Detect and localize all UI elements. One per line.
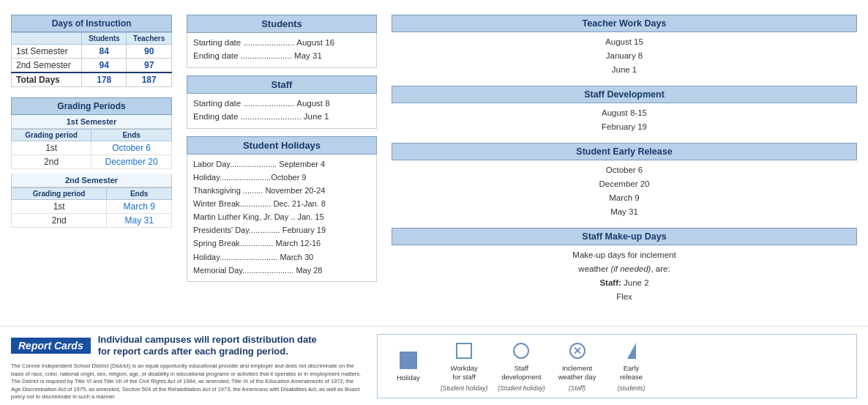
holiday-item: Presidents' Day.............. February 1… <box>193 223 370 237</box>
makeup-text2: weather <box>578 264 608 273</box>
holiday-icon <box>398 350 419 371</box>
holidays-body: Labor Day..................... September… <box>187 155 377 282</box>
staff-body: Starting date ...................... Aug… <box>187 94 377 129</box>
days-row: 1st Semester8490 <box>12 45 172 59</box>
days-row-label: Total Days <box>12 73 82 87</box>
days-row-students: 178 <box>82 73 127 87</box>
staff-makeup-section: Staff Make-up Days Make-up days for incl… <box>392 228 857 307</box>
legend-staff-dev-label: Staffdevelopment <box>501 364 541 382</box>
legend-workday-label: Workdayfor staff <box>450 364 477 382</box>
middle-column: Students Starting date .................… <box>187 15 377 313</box>
grading-period: 1st <box>12 200 107 214</box>
flex-label: Flex <box>616 292 632 301</box>
teacher-work-day-item: August 15 <box>397 35 851 49</box>
teacher-work-days-body: August 15January 8June 1 <box>392 32 857 80</box>
holiday-item: Holiday.......................October 9 <box>193 171 370 184</box>
grading2-col-period: Grading period <box>12 188 107 200</box>
semester1-label: 1st Semester <box>11 115 172 129</box>
students-header: Students <box>187 15 377 33</box>
holiday-item: Spring Break............... March 12-16 <box>193 237 370 250</box>
student-early-release-body: October 6December 20March 9May 31 <box>392 160 857 222</box>
right-column: Teacher Work Days August 15January 8June… <box>392 15 857 313</box>
grading-row: 1stMarch 9 <box>12 200 172 214</box>
days-row-label: 2nd Semester <box>12 59 82 73</box>
grading-col-ends: Ends <box>91 130 172 141</box>
staff-dev-item: February 19 <box>397 120 851 134</box>
early-release-item: October 6 <box>397 163 851 177</box>
legend-early-release-label: Earlyrelease <box>620 364 643 382</box>
semester2-label: 2nd Semester <box>11 174 172 187</box>
bottom-section: Report Cards Individual campuses will re… <box>0 326 868 405</box>
grading-row: 2ndMay 31 <box>12 214 172 228</box>
grading-period: 2nd <box>12 214 107 228</box>
days-row-students: 84 <box>82 45 127 59</box>
semester1-table: Grading period Ends 1stOctober 62ndDecem… <box>11 129 172 169</box>
staff-makeup-body: Make-up days for inclement weather (if n… <box>392 245 857 307</box>
staff-makeup-header: Staff Make-up Days <box>392 228 857 245</box>
staff-dev-section: Staff Development August 8-15February 19 <box>392 86 857 137</box>
students-end: Ending date ...................... May 3… <box>193 49 370 62</box>
student-early-release-section: Student Early Release October 6December … <box>392 143 857 222</box>
holiday-item: Memorial Day....................... May … <box>193 264 370 277</box>
days-col-teachers: Teachers <box>127 33 172 45</box>
legend-holiday: Holiday <box>386 350 430 382</box>
days-row-teachers: 187 <box>127 73 172 87</box>
staff-header: Staff <box>187 75 377 94</box>
grading-row: 2ndDecember 20 <box>12 155 172 169</box>
holiday-item: Thanksgiving ......... November 20-24 <box>193 184 370 197</box>
grading-ends: May 31 <box>107 214 172 228</box>
days-col-students: Students <box>82 33 127 45</box>
semester2-table: Grading period Ends 1stMarch 92ndMay 31 <box>11 187 172 228</box>
grading-period: 1st <box>12 141 91 155</box>
legend-early-release-sublabel: (students) <box>618 384 646 392</box>
makeup-text1: Make-up days for inclement <box>572 250 676 259</box>
holiday-item: Winter Break.............. Dec. 21-Jan. … <box>193 197 370 210</box>
grading2-col-ends: Ends <box>107 188 172 200</box>
left-column: Days of Instruction Students Teachers 1s… <box>11 15 172 313</box>
days-of-instruction-section: Days of Instruction Students Teachers 1s… <box>11 15 172 87</box>
grading-ends: December 20 <box>91 155 172 169</box>
early-release-item: December 20 <box>397 177 851 191</box>
staff-start: Starting date ...................... Aug… <box>193 97 370 110</box>
holidays-header: Student Holidays <box>187 136 377 155</box>
legend-inclement-sublabel: (Staff) <box>569 384 585 392</box>
days-row: Total Days178187 <box>12 73 172 87</box>
legend-holiday-label: Holiday <box>397 374 420 382</box>
days-row: 2nd Semester9497 <box>12 59 172 73</box>
days-row-teachers: 90 <box>127 45 172 59</box>
legend-staff-dev-sublabel: (Student holiday) <box>498 384 545 392</box>
teacher-work-days-section: Teacher Work Days August 15January 8June… <box>392 15 857 80</box>
report-cards-title: Report Cards <box>11 338 91 354</box>
report-cards-desc: Individual campuses will report distribu… <box>98 334 317 359</box>
days-of-instruction-header: Days of Instruction <box>11 15 172 32</box>
holiday-item: Holiday.......................... March … <box>193 250 370 264</box>
days-row-teachers: 97 <box>127 59 172 73</box>
days-row-students: 94 <box>82 59 127 73</box>
teacher-work-day-item: January 8 <box>397 49 851 63</box>
holiday-item: Labor Day..................... September… <box>193 157 370 171</box>
days-row-label: 1st Semester <box>12 45 82 59</box>
report-cards-header: Report Cards Individual campuses will re… <box>11 334 362 359</box>
students-body: Starting date ...................... Aug… <box>187 33 377 68</box>
legend-inclement-label: Inclementweather day <box>558 364 596 382</box>
days-of-instruction-table: Students Teachers 1st Semester84902nd Se… <box>11 32 172 87</box>
workday-icon <box>454 341 474 361</box>
report-cards-box: Report Cards Individual campuses will re… <box>11 334 362 405</box>
students-start: Starting date ...................... Aug… <box>193 36 370 49</box>
grading-periods-section: Grading Periods 1st Semester Grading per… <box>11 97 172 228</box>
staff-end: Ending date .......................... J… <box>193 110 370 123</box>
days-col-label <box>12 33 82 45</box>
legend-inclement: ✕ Inclementweather day (Staff) <box>555 341 599 393</box>
inclement-icon: ✕ <box>567 341 588 361</box>
fine-print-1: The Conroe Independent School District (… <box>11 363 362 401</box>
holiday-item: Martin Luther King, Jr. Day .. Jan. 15 <box>193 210 370 223</box>
staff-value: June 2 <box>624 278 649 287</box>
grading-ends: March 9 <box>107 200 172 214</box>
legend-early-release: Earlyrelease (students) <box>610 341 654 393</box>
staff-label: Staff: <box>599 278 621 287</box>
staff-dev-header: Staff Development <box>392 86 857 103</box>
student-early-release-header: Student Early Release <box>392 143 857 160</box>
staff-dev-body: August 8-15February 19 <box>392 103 857 137</box>
grading-row: 1stOctober 6 <box>12 141 172 155</box>
grading-periods-header: Grading Periods <box>11 97 172 115</box>
